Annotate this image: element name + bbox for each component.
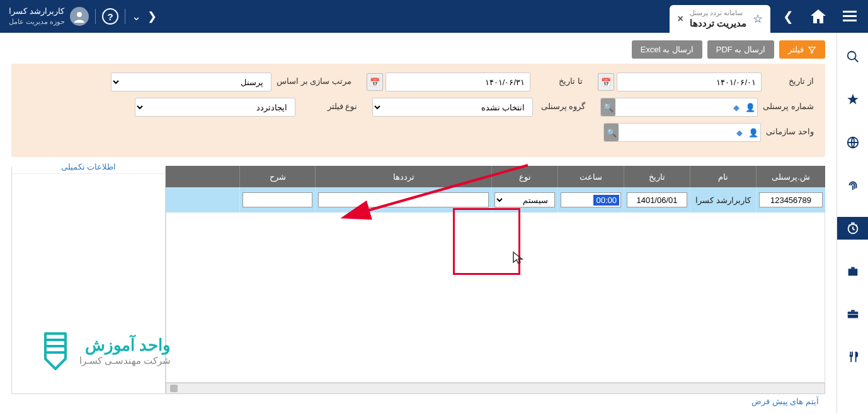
home-icon[interactable]: [806, 0, 830, 33]
search-icon[interactable]: 🔍: [604, 124, 618, 141]
grid-header: ش.پرسنلی نام تاریخ ساعت نوع ترددها شرح: [166, 166, 825, 187]
cell-trd[interactable]: [318, 192, 489, 207]
pencil-icon: [38, 329, 73, 373]
svg-line-5: [854, 59, 858, 62]
cell-time[interactable]: 00:00: [561, 192, 621, 207]
svg-rect-0: [843, 11, 857, 13]
svg-rect-1: [843, 15, 857, 17]
filter-type-label: نوع فیلتر: [300, 98, 357, 111]
side-panel-title: اطلاعات تکمیلی: [57, 162, 120, 172]
svg-rect-8: [848, 269, 857, 276]
help-icon[interactable]: ?: [102, 8, 118, 25]
filter-button[interactable]: فیلتر: [779, 40, 825, 59]
from-date-input[interactable]: [617, 73, 762, 91]
col-type: نوع: [491, 166, 557, 187]
grid-row[interactable]: کاربرارشد کسرا 00:00 سیستم: [166, 187, 825, 212]
logo-main: واحد آموزش: [79, 335, 171, 355]
divider: [125, 9, 125, 24]
svg-rect-9: [851, 267, 855, 269]
h-scrollbar[interactable]: [166, 383, 825, 394]
cell-name: کاربرارشد کسرا: [695, 195, 751, 205]
chevron-down-icon[interactable]: ⌄: [132, 9, 141, 23]
close-icon[interactable]: ×: [677, 13, 683, 25]
col-desc: شرح: [239, 166, 315, 187]
logo: واحد آموزش شرکت مهندسـی کسـرا: [38, 329, 171, 373]
personnel-group-select[interactable]: انتخاب نشده: [372, 98, 533, 117]
filter-type-select[interactable]: ایجادتردد: [135, 98, 295, 117]
personnel-no-input[interactable]: [615, 98, 729, 116]
org-unit-input[interactable]: [619, 124, 733, 141]
to-date-label: تا تاریخ: [535, 73, 583, 86]
to-date-input[interactable]: [385, 73, 530, 91]
search-icon[interactable]: 🔍: [601, 98, 615, 116]
user-icon[interactable]: 👤: [743, 98, 757, 116]
svg-rect-10: [847, 311, 858, 318]
diamond-icon[interactable]: ◆: [729, 98, 743, 116]
rail-suitcase-icon[interactable]: [837, 260, 869, 282]
col-time: ساعت: [557, 166, 624, 187]
svg-rect-12: [847, 314, 858, 315]
grid: ش.پرسنلی نام تاریخ ساعت نوع ترددها شرح ک…: [166, 166, 825, 394]
calendar-icon[interactable]: 📅: [367, 73, 383, 91]
default-items-label: آیتم های پیش فرض: [11, 394, 825, 409]
side-rail: [837, 33, 868, 413]
filter-panel: از تاریخ 📅 تا تاریخ 📅 مرتب سازی بر اساس: [11, 64, 825, 157]
star-icon[interactable]: ☆: [753, 12, 763, 26]
user-icon[interactable]: 👤: [746, 124, 760, 141]
nav-next-icon[interactable]: ❯: [778, 9, 799, 24]
col-id: ش.پرسنلی: [756, 166, 825, 187]
svg-point-4: [847, 52, 855, 60]
user-name: کاربرارشد کسرا: [9, 6, 65, 17]
sort-select[interactable]: پرسنل: [111, 73, 271, 91]
rail-star-icon[interactable]: [837, 88, 869, 111]
col-name: نام: [690, 166, 756, 187]
divider: [95, 9, 96, 24]
from-date-label: از تاریخ: [767, 73, 814, 86]
rail-globe-icon[interactable]: [837, 131, 869, 154]
rail-briefcase-icon[interactable]: [837, 303, 869, 325]
menu-icon[interactable]: [838, 0, 862, 33]
personnel-group-label: گروه پرسنلی: [538, 98, 585, 111]
export-pdf-button[interactable]: ارسال به PDF: [707, 40, 774, 59]
main-content: فیلتر ارسال به PDF ارسال به Excel از تار…: [0, 33, 837, 413]
rail-clock-icon[interactable]: [837, 217, 869, 240]
tab-active[interactable]: ☆ سامانه تردد پرسنل مدیریت ترددها ×: [670, 5, 770, 33]
logo-sub: شرکت مهندسـی کسـرا: [79, 355, 171, 366]
cell-date[interactable]: [627, 192, 687, 207]
cell-id[interactable]: [759, 192, 823, 207]
rail-search-icon[interactable]: [837, 45, 869, 68]
calendar-icon[interactable]: 📅: [598, 73, 614, 91]
avatar-icon: [70, 7, 89, 26]
tab-subtitle: سامانه تردد پرسنل: [690, 8, 743, 17]
chevron-left-icon[interactable]: ❮: [147, 9, 157, 23]
user-sub: حوزه مدیریت عامل: [9, 17, 65, 26]
user-block[interactable]: کاربرارشد کسرا حوزه مدیریت عامل: [9, 6, 89, 26]
tab-title: مدیریت ترددها: [690, 17, 746, 30]
org-unit-label: واحد سازمانی: [766, 123, 814, 136]
diamond-icon[interactable]: ◆: [733, 124, 746, 141]
sort-label: مرتب سازی بر اساس: [277, 73, 351, 86]
svg-rect-2: [843, 20, 857, 21]
svg-rect-11: [851, 310, 855, 312]
export-excel-button[interactable]: ارسال به Excel: [632, 40, 702, 59]
rail-cutlery-icon[interactable]: [837, 346, 869, 368]
rail-fingerprint-icon[interactable]: [837, 174, 869, 197]
cell-desc[interactable]: [243, 192, 312, 207]
topbar: ❯ ☆ سامانه تردد پرسنل مدیریت ترددها × ❮ …: [0, 0, 868, 33]
grid-body: [166, 212, 825, 383]
svg-point-3: [77, 12, 82, 17]
cell-type[interactable]: سیستم: [494, 192, 555, 207]
col-date: تاریخ: [624, 166, 690, 187]
col-trd: ترددها: [315, 166, 491, 187]
personnel-no-label: شماره پرسنلی: [763, 98, 814, 111]
